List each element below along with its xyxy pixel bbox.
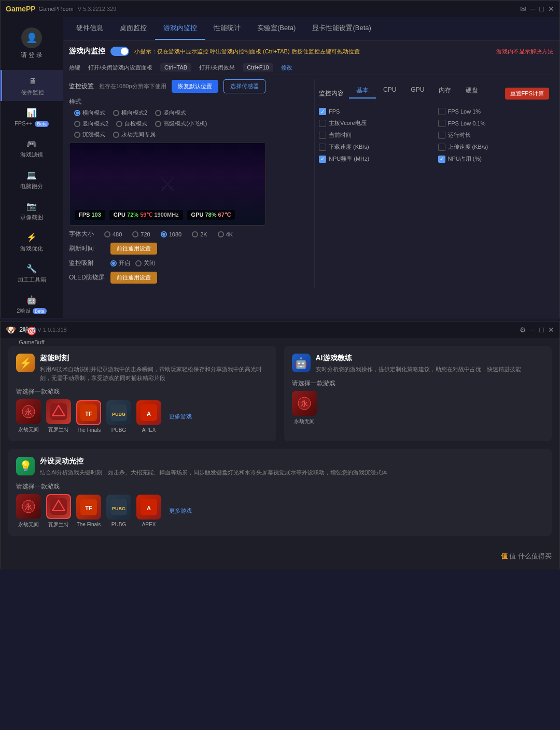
style-naraka[interactable]: 永劫无间专属 — [113, 131, 156, 138]
tab-lab[interactable]: 实验室(Beta) — [249, 17, 304, 40]
valorant-peripheral-icon — [46, 494, 71, 519]
peripheral-more-games[interactable]: 更多游戏 — [169, 507, 192, 515]
sidebar-item-2hai[interactable]: 🤖 2哈ai Beta — [1, 288, 63, 319]
ingame-monitor-content: 游戏内监控 小提示：仅在游戏中显示监控 呼出游戏内控制面板 (Ctrl+TAB)… — [63, 40, 559, 294]
oled-settings-btn[interactable]: 前往通用设置 — [110, 272, 157, 284]
checkbox-uptime[interactable]: 运行时长 — [438, 131, 550, 139]
sidebar-item-optimize[interactable]: ⚡ 游戏优化 — [1, 226, 63, 257]
sidebar-item-capture[interactable]: 📷 录像截图 — [1, 195, 63, 226]
tab-perf-stats[interactable]: 性能统计 — [205, 17, 249, 40]
sidebar-item-fps[interactable]: 📊 FPS++ Beta — [1, 101, 63, 132]
peripheral-game-label: 请选择一款游戏 — [16, 482, 544, 491]
reset-fps-btn[interactable]: 重置FPS计算 — [505, 88, 549, 100]
font-480[interactable]: 480 — [104, 231, 122, 237]
content-title: 监控内容 — [319, 89, 344, 98]
game-naraka-coach[interactable]: 永 永劫无间 — [292, 391, 317, 425]
svg-text:A: A — [147, 505, 151, 511]
sidebar-item-filter[interactable]: 🎮 游戏滤镜 — [1, 132, 63, 163]
style-horizontal[interactable]: 横向模式 — [74, 109, 105, 117]
sidebar-item-benchmark[interactable]: 💻 电脑跑分 — [1, 164, 63, 195]
monitor-toggle[interactable] — [110, 47, 129, 56]
checkbox-fps-low1[interactable]: FPS Low 1% — [438, 108, 550, 115]
font-4k[interactable]: 4K — [218, 231, 233, 237]
checkbox-download[interactable]: 下载速度 (KB/s) — [319, 143, 430, 151]
style-selftest[interactable]: 自检模式 — [116, 120, 147, 128]
game-pubg-peripheral[interactable]: PUBG PUBG — [106, 495, 131, 527]
checkbox-fps[interactable]: ✓ FPS — [319, 108, 430, 115]
tab-hardware-info[interactable]: 硬件信息 — [68, 17, 111, 40]
mail-icon[interactable]: ✉ — [520, 5, 526, 13]
help-link[interactable]: 游戏内不显示解决方法 — [496, 48, 553, 55]
font-720[interactable]: 720 — [132, 231, 150, 237]
refresh-settings-btn[interactable]: 前往通用设置 — [110, 243, 157, 255]
game-naraka-highlights[interactable]: 永 永劫无间 — [16, 399, 41, 433]
checkbox-upload[interactable]: 上传速度 (KB/s) — [438, 143, 550, 151]
game-valorant-highlights[interactable]: 瓦罗兰特 — [46, 399, 71, 433]
avatar: 👤 — [21, 27, 42, 48]
tab-gpu-settings[interactable]: 显卡性能设置(Beta) — [304, 17, 379, 40]
checkbox-vcore[interactable]: 主板Vcore电压 — [319, 119, 430, 127]
hotkey-label: 热键 — [69, 64, 80, 72]
tab-disk[interactable]: 硬盘 — [458, 83, 485, 99]
game-apex-peripheral[interactable]: A APEX — [136, 495, 161, 527]
pubg-name: PUBG — [111, 427, 126, 433]
tab-basic[interactable]: 基本 — [349, 83, 376, 99]
style-vertical[interactable]: 竖向模式 — [155, 109, 186, 117]
style-vertical2[interactable]: 竖向模式2 — [74, 120, 108, 128]
maximize-icon[interactable]: □ — [540, 5, 544, 13]
font-1080[interactable]: 1080 — [161, 231, 181, 237]
settings-icon[interactable]: ⚙ — [520, 326, 526, 334]
pubg-icon: PUBG — [106, 400, 131, 425]
checkbox-npu-freq[interactable]: ✓ NPU频率 (MHz) — [319, 155, 430, 163]
modify-hotkey-btn[interactable]: 修改 — [281, 64, 292, 72]
tab-desktop-monitor[interactable]: 桌面监控 — [111, 17, 155, 40]
gpu-badge: GPU 78% 67℃ — [187, 210, 235, 220]
game-finals-highlights[interactable]: TF The Finals — [76, 400, 101, 433]
adsorb-on[interactable]: 开启 — [110, 259, 130, 267]
style-horizontal2[interactable]: 横向模式2 — [113, 109, 147, 117]
font-2k[interactable]: 2K — [192, 231, 207, 237]
checkbox-vcore-label: 主板Vcore电压 — [329, 119, 367, 127]
game-apex-highlights[interactable]: A APEX — [136, 400, 161, 433]
version-label: V 5.3.2212.329 — [78, 6, 117, 12]
checkbox-download-box — [319, 144, 326, 151]
style-advanced[interactable]: 高级模式(小飞机) — [155, 120, 207, 128]
maximize-icon[interactable]: □ — [540, 326, 544, 334]
sidebar: 👤 请 登 录 🖥 硬件监控 📊 FPS++ Beta 🎮 游戏滤镜 💻 电脑跑… — [1, 17, 63, 318]
checkbox-npu-usage-box: ✓ — [438, 156, 445, 163]
select-sensor-btn[interactable]: 选择传感器 — [223, 79, 265, 93]
watermark-text: 值 什么值得买 — [509, 552, 552, 560]
tab-ingame-monitor[interactable]: 游戏内监控 — [155, 17, 205, 40]
highlights-title: 超能时刻 — [40, 354, 269, 363]
highlights-more-games[interactable]: 更多游戏 — [169, 413, 192, 420]
close-icon[interactable]: ✕ — [548, 5, 554, 13]
checkbox-uptime-label: 运行时长 — [448, 131, 471, 139]
window-controls: ✉ ─ □ ✕ — [520, 5, 554, 13]
tab-gpu[interactable]: GPU — [403, 83, 431, 99]
radio-advanced — [155, 121, 161, 127]
game-valorant-peripheral[interactable]: 瓦罗兰特 — [46, 494, 71, 528]
title-bar: GamePP GamePP.com V 5.3.2212.329 ✉ ─ □ ✕ — [1, 1, 559, 17]
tab-memory[interactable]: 内存 — [431, 83, 458, 99]
game-finals-peripheral[interactable]: TF The Finals — [76, 495, 101, 527]
checkbox-fps-low01[interactable]: FPS Low 0.1% — [438, 119, 550, 127]
minimize-icon[interactable]: ─ — [530, 5, 536, 13]
restore-position-btn[interactable]: 恢复默认位置 — [172, 80, 218, 93]
style-immersive[interactable]: 沉浸模式 — [74, 131, 105, 138]
minimize-icon[interactable]: ─ — [530, 326, 536, 334]
svg-text:PUBG: PUBG — [112, 412, 125, 417]
close-icon[interactable]: ✕ — [548, 326, 554, 334]
login-label[interactable]: 请 登 录 — [21, 51, 43, 60]
hotkey-row: 热键 打开/关闭游戏内设置面板 Ctrl+TAB 打开/关闭效果 Ctrl+F1… — [69, 60, 553, 75]
highlights-header: ⚡ 超能时刻 利用AI技术自动识别并记录游戏中的击杀瞬间，帮助玩家轻松保存和分享… — [16, 354, 269, 382]
sidebar-item-hardware[interactable]: 🖥 硬件监控 — [1, 70, 63, 101]
checkbox-npu-usage[interactable]: ✓ NPU占用 (%) — [438, 155, 550, 163]
tab-cpu[interactable]: CPU — [376, 83, 403, 99]
monitor-header: 游戏内监控 小提示：仅在游戏中显示监控 呼出游戏内控制面板 (Ctrl+TAB)… — [69, 47, 553, 56]
adsorb-off[interactable]: 关闭 — [135, 259, 155, 267]
game-naraka-peripheral[interactable]: 永 永劫无间 — [16, 494, 41, 528]
checkbox-time[interactable]: 当前时间 — [319, 131, 430, 139]
sidebar-item-tools[interactable]: 🔧 加工工具箱 — [1, 257, 63, 288]
user-section: 👤 请 登 录 — [1, 22, 63, 65]
game-pubg-highlights[interactable]: PUBG PUBG — [106, 400, 131, 433]
